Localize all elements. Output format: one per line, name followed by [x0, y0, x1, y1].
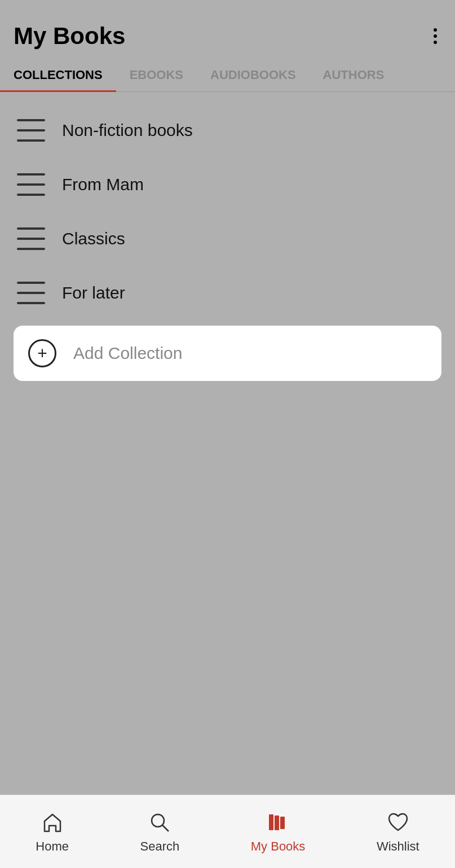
nav-item-wishlist[interactable]: Wishlist	[365, 805, 431, 858]
tab-authors[interactable]: AUTHORS	[310, 59, 398, 91]
dot3	[434, 41, 437, 44]
list-item[interactable]: Classics	[0, 212, 455, 266]
list-icon	[17, 227, 45, 250]
bottom-nav: Home Search My Books Wishlist	[0, 795, 455, 868]
svg-rect-3	[275, 816, 279, 830]
more-options-button[interactable]	[429, 24, 441, 49]
tabs-bar: COLLECTIONS EBOOKS AUDIOBOOKS AUTHORS	[0, 59, 455, 92]
svg-line-1	[162, 825, 169, 831]
nav-item-search[interactable]: Search	[129, 805, 191, 858]
nav-item-mybooks[interactable]: My Books	[240, 805, 317, 858]
nav-label-search: Search	[140, 839, 180, 854]
dot2	[434, 34, 437, 38]
svg-rect-4	[280, 817, 285, 829]
svg-point-0	[152, 814, 164, 827]
dot1	[434, 28, 437, 32]
mybooks-icon	[266, 810, 290, 835]
add-collection-button[interactable]: + Add Collection	[14, 326, 441, 381]
home-icon	[40, 810, 65, 835]
nav-item-home[interactable]: Home	[24, 805, 80, 858]
collections-list: Non-fiction books From Mam Classics For …	[0, 92, 455, 398]
add-collection-label: Add Collection	[73, 344, 182, 363]
plus-icon: +	[28, 339, 56, 367]
collection-label: For later	[62, 283, 125, 303]
header: My Books	[0, 0, 455, 59]
list-icon	[17, 119, 45, 142]
page-title: My Books	[14, 23, 125, 50]
svg-rect-2	[269, 814, 273, 830]
nav-label-mybooks: My Books	[251, 839, 306, 854]
tab-collections[interactable]: COLLECTIONS	[0, 59, 116, 91]
list-item[interactable]: Non-fiction books	[0, 103, 455, 157]
collection-label: Classics	[62, 229, 125, 248]
list-icon	[17, 173, 45, 196]
search-icon	[147, 810, 172, 835]
wishlist-icon	[386, 810, 410, 835]
collection-label: From Mam	[62, 175, 144, 194]
list-icon	[17, 282, 45, 304]
nav-label-home: Home	[36, 839, 69, 854]
nav-label-wishlist: Wishlist	[377, 839, 419, 854]
tab-ebooks[interactable]: EBOOKS	[116, 59, 197, 91]
list-item[interactable]: For later	[0, 266, 455, 320]
tab-audiobooks[interactable]: AUDIOBOOKS	[197, 59, 310, 91]
list-item[interactable]: From Mam	[0, 157, 455, 212]
collection-label: Non-fiction books	[62, 121, 193, 140]
